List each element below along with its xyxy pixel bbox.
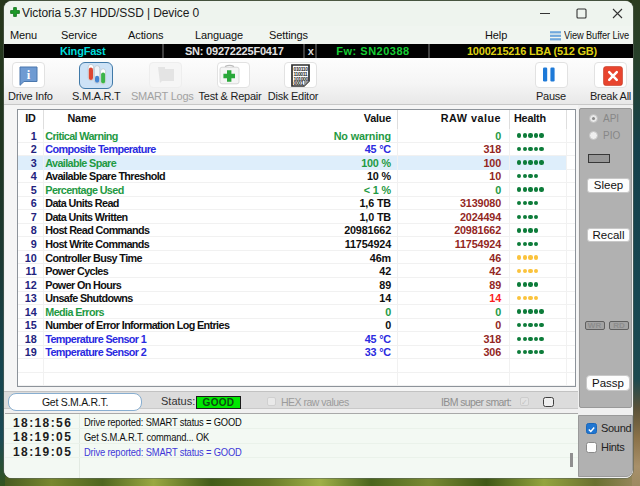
svg-text:i: i xyxy=(27,68,31,82)
svg-text:0001: 0001 xyxy=(294,80,304,86)
